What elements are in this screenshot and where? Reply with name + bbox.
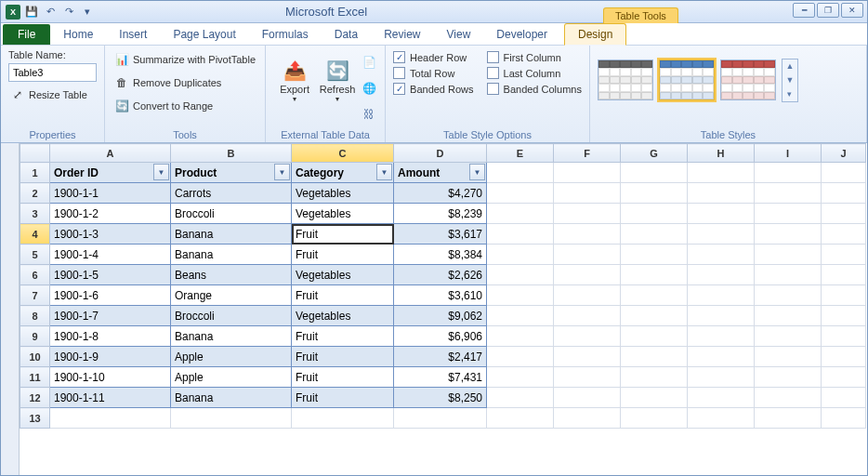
tab-data[interactable]: Data <box>322 24 371 45</box>
cell[interactable]: 1900-1-7 <box>50 306 171 326</box>
cell[interactable]: 1900-1-10 <box>50 367 171 388</box>
qat-customize[interactable]: ▾ <box>79 4 96 20</box>
cell[interactable] <box>822 347 866 367</box>
option-first-col[interactable]: First Column <box>487 51 582 63</box>
cell[interactable] <box>822 245 866 265</box>
open-browser-icon[interactable]: 🌐 <box>361 80 377 97</box>
cell[interactable]: $2,626 <box>394 265 487 285</box>
cell[interactable]: $2,417 <box>394 347 487 367</box>
cell[interactable] <box>822 285 866 306</box>
cell[interactable]: 1900-1-11 <box>50 388 171 408</box>
cell[interactable]: Vegetables <box>292 306 394 326</box>
row-header[interactable]: 8 <box>20 306 50 326</box>
filter-dropdown[interactable]: ▼ <box>376 164 392 180</box>
tab-file[interactable]: File <box>3 24 50 45</box>
cell[interactable] <box>621 285 688 306</box>
cell[interactable] <box>621 163 688 183</box>
cell[interactable] <box>621 245 688 265</box>
close-button[interactable]: ✕ <box>841 3 863 18</box>
cell[interactable] <box>487 347 554 367</box>
cell[interactable] <box>554 408 621 429</box>
worksheet[interactable]: ABCDEFGHIJ1Order ID▼Product▼Category▼Amo… <box>20 143 867 475</box>
cell[interactable] <box>688 285 755 306</box>
option-banded-rows[interactable]: ✓Banded Rows <box>393 83 474 95</box>
column-header[interactable]: F <box>554 144 621 163</box>
cell[interactable] <box>394 408 487 429</box>
cell[interactable]: Product▼ <box>171 163 292 183</box>
cell[interactable] <box>755 367 822 388</box>
cell[interactable] <box>554 163 621 183</box>
cell[interactable] <box>822 204 866 224</box>
cell[interactable]: 1900-1-1 <box>50 183 171 204</box>
cell[interactable] <box>487 265 554 285</box>
cell[interactable]: $8,239 <box>394 204 487 224</box>
cell[interactable] <box>554 367 621 388</box>
cell[interactable] <box>755 265 822 285</box>
cell[interactable] <box>688 224 755 245</box>
cell[interactable] <box>554 224 621 245</box>
row-header[interactable]: 5 <box>20 245 50 265</box>
tab-home[interactable]: Home <box>50 24 106 45</box>
cell[interactable] <box>755 347 822 367</box>
cell[interactable]: 1900-1-3 <box>50 224 171 245</box>
cell[interactable] <box>688 183 755 204</box>
cell[interactable]: 1900-1-8 <box>50 326 171 347</box>
summarize-pivot-button[interactable]: 📊 Summarize with PivotTable <box>112 49 257 70</box>
column-header[interactable]: E <box>487 144 554 163</box>
cell[interactable] <box>822 265 866 285</box>
cell[interactable] <box>487 224 554 245</box>
cell[interactable]: 1900-1-9 <box>50 347 171 367</box>
cell[interactable]: Order ID▼ <box>50 163 171 183</box>
row-header[interactable]: 6 <box>20 265 50 285</box>
cell[interactable]: Fruit <box>292 326 394 347</box>
cell[interactable] <box>487 245 554 265</box>
cell[interactable] <box>487 367 554 388</box>
cell[interactable]: Fruit <box>292 367 394 388</box>
cell[interactable] <box>621 265 688 285</box>
scroll-down[interactable]: ▼ <box>783 73 797 87</box>
cell[interactable]: Broccoli <box>171 306 292 326</box>
tab-developer[interactable]: Developer <box>483 24 560 45</box>
convert-range-button[interactable]: 🔄 Convert to Range <box>112 96 257 116</box>
column-header[interactable]: C <box>292 144 394 163</box>
cell[interactable] <box>171 408 292 429</box>
cell[interactable] <box>554 204 621 224</box>
table-style-thumb[interactable] <box>659 60 715 100</box>
cell[interactable] <box>688 388 755 408</box>
cell[interactable]: Banana <box>171 388 292 408</box>
tab-design[interactable]: Design <box>564 23 626 46</box>
cell[interactable] <box>487 306 554 326</box>
table-style-thumb[interactable] <box>598 60 653 100</box>
filter-dropdown[interactable]: ▼ <box>153 164 169 180</box>
cell[interactable] <box>487 388 554 408</box>
cell[interactable]: 1900-1-5 <box>50 265 171 285</box>
cell[interactable] <box>755 245 822 265</box>
cell[interactable] <box>688 306 755 326</box>
cell[interactable] <box>554 326 621 347</box>
properties-icon[interactable]: 📄 <box>361 54 377 71</box>
cell[interactable]: 1900-1-2 <box>50 204 171 224</box>
row-header[interactable]: 10 <box>20 347 50 367</box>
export-button[interactable]: 📤 Export ▾ <box>273 49 316 111</box>
cell[interactable] <box>554 306 621 326</box>
option-header-row[interactable]: ✓Header Row <box>393 51 474 63</box>
app-icon[interactable]: X <box>5 4 21 20</box>
cell[interactable] <box>621 388 688 408</box>
cell[interactable]: $8,250 <box>394 388 487 408</box>
cell[interactable] <box>688 163 755 183</box>
tab-page-layout[interactable]: Page Layout <box>160 24 248 45</box>
row-header[interactable]: 13 <box>20 408 50 429</box>
cell[interactable]: $4,270 <box>394 183 487 204</box>
more-styles[interactable]: ▾ <box>783 87 797 101</box>
remove-duplicates-button[interactable]: 🗑 Remove Duplicates <box>112 73 257 93</box>
table-style-thumb[interactable] <box>720 60 776 100</box>
cell[interactable] <box>688 347 755 367</box>
column-header[interactable]: J <box>822 144 866 163</box>
cell[interactable] <box>621 367 688 388</box>
cell[interactable]: $8,384 <box>394 245 487 265</box>
cell[interactable] <box>554 347 621 367</box>
column-header[interactable]: H <box>688 144 755 163</box>
row-header[interactable]: 7 <box>20 285 50 306</box>
cell[interactable] <box>292 408 394 429</box>
cell[interactable]: $3,617 <box>394 224 487 245</box>
